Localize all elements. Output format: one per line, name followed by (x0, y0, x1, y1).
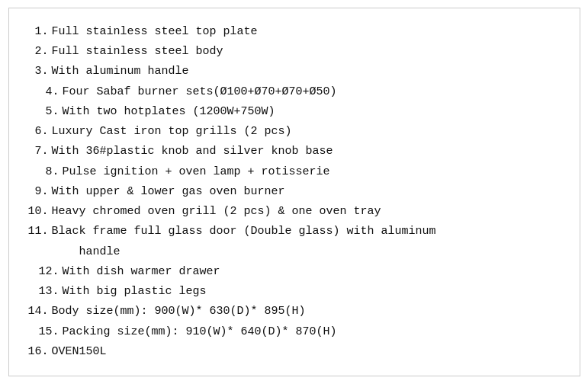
item-number: 12. (38, 262, 59, 282)
item-text: Full stainless steel top plate (52, 22, 561, 42)
item-text: With big plastic legs (63, 282, 561, 302)
item-text: Body size(mm): 900(W)* 630(D)* 895(H) (52, 302, 561, 322)
item-number: 13. (38, 282, 59, 302)
item-number: 3. (27, 62, 49, 82)
item-text: With aluminum handle (52, 62, 561, 82)
item-text: With 36#plastic knob and silver knob bas… (52, 142, 561, 162)
product-specs-container: 1.Full stainless steel top plate2.Full s… (8, 8, 580, 376)
item-text: Four Sabaf burner sets(Ø100+Ø70+Ø70+Ø50) (63, 82, 561, 102)
list-item: 13.With big plastic legs (27, 282, 561, 302)
list-item: 5.With two hotplates (1200W+750W) (27, 102, 561, 122)
item-text: Full stainless steel body (52, 42, 561, 62)
item-text: Heavy chromed oven grill (2 pcs) & one o… (52, 202, 561, 222)
item-number: 8. (38, 162, 59, 182)
item-number: 10. (27, 202, 49, 222)
item-text: Pulse ignition + oven lamp + rotisserie (63, 162, 561, 182)
item-number: 7. (27, 142, 49, 162)
item-number: 15. (38, 322, 59, 342)
list-item: 1.Full stainless steel top plate (27, 22, 561, 42)
item-number: 14. (27, 302, 49, 322)
item-text: Luxury Cast iron top grills (2 pcs) (52, 122, 561, 142)
item-text: Black frame full glass door (Double glas… (52, 222, 561, 262)
list-item: 14.Body size(mm): 900(W)* 630(D)* 895(H) (27, 302, 561, 322)
item-text: With upper & lower gas oven burner (52, 182, 561, 202)
item-number: 6. (27, 122, 49, 142)
list-item: 9.With upper & lower gas oven burner (27, 182, 561, 202)
list-item: 12.With dish warmer drawer (27, 262, 561, 282)
item-number: 5. (38, 102, 59, 122)
item-number: 9. (27, 182, 49, 202)
item-number: 4. (38, 82, 59, 102)
item-number: 1. (27, 22, 49, 42)
item-number: 16. (27, 342, 49, 362)
item-text: OVEN150L (52, 342, 561, 362)
list-item: 4.Four Sabaf burner sets(Ø100+Ø70+Ø70+Ø5… (27, 82, 561, 102)
item-text: Packing size(mm): 910(W)* 640(D)* 870(H) (63, 322, 561, 342)
list-item: 2.Full stainless steel body (27, 42, 561, 62)
item-number: 2. (27, 42, 49, 62)
list-item: 3.With aluminum handle (27, 62, 561, 82)
list-item: 8.Pulse ignition + oven lamp + rotisseri… (27, 162, 561, 182)
item-text: With dish warmer drawer (63, 262, 561, 282)
item-text: With two hotplates (1200W+750W) (63, 102, 561, 122)
list-item: 7.With 36#plastic knob and silver knob b… (27, 142, 561, 162)
list-item: 15.Packing size(mm): 910(W)* 640(D)* 870… (27, 322, 561, 342)
specs-list: 1.Full stainless steel top plate2.Full s… (27, 22, 561, 362)
list-item: 11.Black frame full glass door (Double g… (27, 222, 561, 262)
list-item: 10.Heavy chromed oven grill (2 pcs) & on… (27, 202, 561, 222)
list-item: 6.Luxury Cast iron top grills (2 pcs) (27, 122, 561, 142)
item-number: 11. (27, 222, 49, 242)
list-item: 16.OVEN150L (27, 342, 561, 362)
